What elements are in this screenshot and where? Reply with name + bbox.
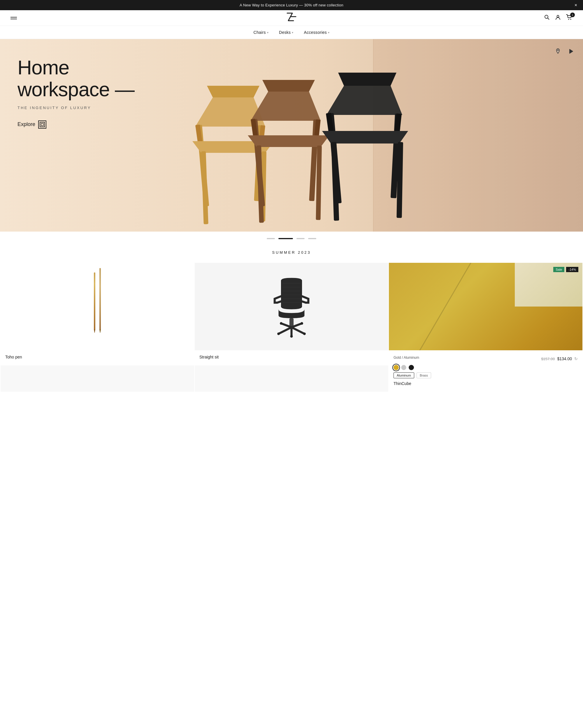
accessories-chevron-icon: ▾: [328, 31, 329, 34]
svg-point-2: [557, 16, 559, 18]
announcement-text: A New Way to Experience Luxury — 30% off…: [240, 3, 343, 7]
slider-dot-2[interactable]: [278, 238, 293, 239]
office-chair-illustration: [268, 275, 315, 339]
announcement-close-button[interactable]: ×: [575, 3, 577, 7]
color-swatches: [393, 365, 578, 370]
svg-line-1: [548, 18, 549, 20]
price-new: $134.00: [557, 357, 572, 361]
slider-dot-4[interactable]: [308, 238, 316, 239]
nav-item-desks[interactable]: Desks ▾: [279, 30, 294, 35]
svg-point-34: [303, 333, 306, 335]
header-left: [10, 17, 17, 19]
slider-dots: [0, 232, 583, 245]
material-tag-brass[interactable]: Brass: [417, 372, 431, 378]
svg-point-33: [277, 333, 280, 335]
pen-1: [94, 272, 95, 333]
product-card-toho-pen[interactable]: Toho pen: [1, 263, 194, 392]
announcement-bar: A New Way to Experience Luxury — 30% off…: [0, 0, 583, 10]
product-grid: Toho pen: [0, 263, 583, 392]
price-old: $157.00: [541, 357, 555, 361]
slider-dot-1[interactable]: [267, 238, 275, 239]
hero-subtitle: THE INGENUITY OF LUXURY: [18, 106, 361, 110]
nav-item-chairs[interactable]: Chairs ▾: [254, 30, 269, 35]
product-card-straight-sit[interactable]: Straight sit: [195, 263, 388, 392]
svg-line-29: [292, 327, 304, 334]
header: 1: [0, 10, 583, 26]
price-row: Gold / Aluminum $157.00 $134.00 ↻: [393, 354, 578, 362]
swatch-black[interactable]: [409, 365, 414, 370]
hero-nav-icons: [553, 47, 576, 56]
nav-item-accessories[interactable]: Accessories ▾: [304, 30, 330, 35]
badge-sale: Sale: [553, 267, 564, 272]
svg-point-35: [290, 335, 293, 338]
header-right: 1: [544, 14, 573, 22]
cart-wrapper[interactable]: 1: [566, 14, 573, 22]
swatch-gold[interactable]: [393, 365, 399, 370]
svg-rect-5: [40, 122, 45, 127]
product-image-straight-sit: [195, 263, 388, 350]
material-label: Gold / Aluminum: [393, 356, 419, 360]
svg-marker-8: [570, 49, 573, 53]
search-icon[interactable]: [544, 14, 550, 22]
product-name-toho-pen: Toho pen: [5, 355, 22, 359]
hero-title: Home workspace —: [18, 57, 361, 100]
hamburger-line-1: [10, 17, 17, 18]
svg-point-3: [568, 19, 569, 20]
hero-pin-icon[interactable]: [553, 47, 563, 56]
product-info-straight-sit: Straight sit: [195, 350, 388, 365]
svg-point-37: [301, 322, 303, 324]
material-tag-aluminum[interactable]: Aluminum: [393, 372, 414, 378]
svg-rect-6: [41, 123, 44, 126]
product-image-thincube: Sale -14%: [389, 263, 582, 350]
logo[interactable]: [286, 12, 297, 24]
refresh-icon[interactable]: ↻: [574, 357, 578, 361]
product-info-toho-pen: Toho pen: [1, 350, 194, 365]
gold-box-illustration: [389, 263, 582, 350]
svg-point-4: [571, 19, 571, 20]
material-options: Aluminum Brass: [393, 372, 578, 378]
svg-line-28: [279, 327, 292, 334]
hero-play-icon[interactable]: [566, 47, 576, 56]
explore-icon: [38, 121, 46, 129]
chairs-chevron-icon: ▾: [267, 31, 269, 34]
desks-chevron-icon: ▾: [292, 31, 293, 34]
hero-explore-button[interactable]: Explore: [18, 121, 361, 129]
sale-badges: Sale -14%: [553, 267, 578, 272]
hero-content: Home workspace — THE INGENUITY OF LUXURY…: [0, 39, 379, 232]
product-info-thincube: Gold / Aluminum $157.00 $134.00 ↻ Alumin…: [389, 350, 582, 392]
swatch-silver[interactable]: [401, 365, 406, 370]
product-name-thincube: ThinCube: [393, 381, 578, 386]
product-name-straight-sit: Straight sit: [199, 355, 219, 359]
cart-badge: 1: [570, 12, 575, 17]
slider-dot-3[interactable]: [297, 238, 305, 239]
main-nav: Chairs ▾ Desks ▾ Accessories ▾: [0, 26, 583, 39]
collection-title: SUMMER 2023: [0, 245, 583, 263]
account-icon[interactable]: [555, 14, 561, 22]
product-card-thincube[interactable]: Sale -14%: [389, 263, 582, 392]
product-image-toho-pen: [1, 263, 194, 350]
hamburger-line-2: [10, 19, 17, 19]
hamburger-icon[interactable]: [10, 17, 17, 19]
svg-point-36: [280, 322, 282, 324]
pen-illustration: [94, 275, 101, 339]
badge-percent: -14%: [566, 267, 578, 272]
pen-2: [100, 268, 101, 333]
hero-section: Home workspace — THE INGENUITY OF LUXURY…: [0, 39, 583, 232]
